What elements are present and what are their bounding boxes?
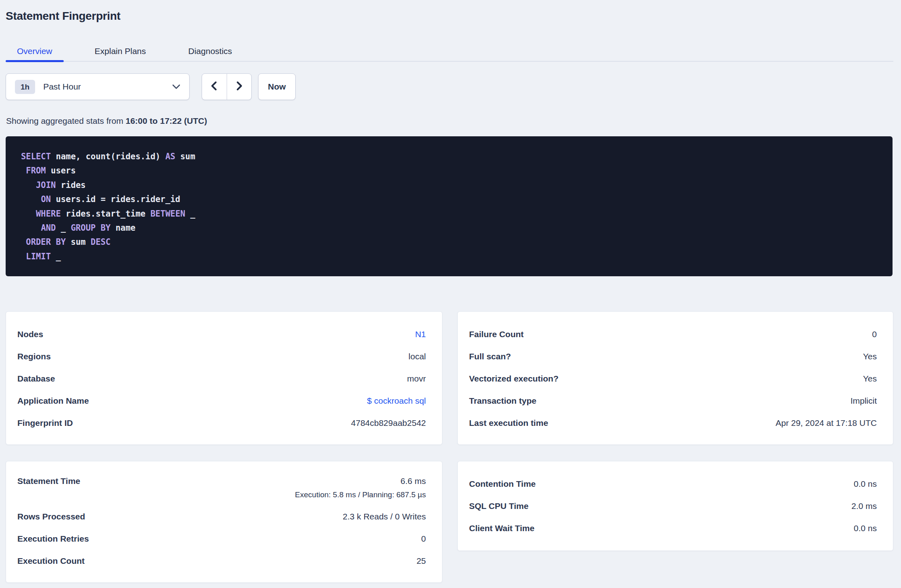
sql-keyword: BETWEEN [150, 209, 185, 219]
card-row: Statement Time6.6 msExecution: 5.8 ms / … [17, 473, 426, 505]
row-value-wrap: Implicit [851, 396, 877, 406]
page-title: Statement Fingerprint [6, 10, 121, 23]
row-label: Failure Count [469, 329, 523, 339]
aggregated-stats-note-prefix: Showing aggregated stats from [6, 116, 126, 125]
row-value-wrap: movr [407, 374, 426, 384]
card-row: Contention Time0.0 ns [469, 473, 877, 495]
sql-keyword: JOIN [36, 180, 56, 190]
card-row: Vectorized execution?Yes [469, 367, 877, 390]
tab-explain-plans[interactable]: Explain Plans [83, 41, 157, 61]
row-value-wrap: 0 [872, 329, 877, 339]
row-value-wrap: 0.0 ns [854, 523, 877, 533]
row-value: 0 [421, 534, 426, 544]
execution-attributes-card: Failure Count0Full scan?YesVectorized ex… [457, 311, 893, 445]
sql-keyword: GROUP BY [71, 223, 111, 233]
time-interval-badge: 1h [15, 80, 35, 94]
row-value: Yes [863, 352, 877, 361]
card-row: Regionslocal [17, 345, 426, 367]
row-value-link[interactable]: $ cockroach sql [367, 396, 426, 406]
sql-text: users.id = rides.rider_id [51, 194, 180, 204]
sql-line: WHERE rides.start_time BETWEEN _ [21, 207, 877, 221]
card-row: Fingerprint ID4784cb829aab2542 [17, 412, 426, 434]
statement-stats-card: Statement Time6.6 msExecution: 5.8 ms / … [6, 461, 442, 583]
chevron-down-icon [172, 84, 180, 89]
row-value: local [409, 352, 426, 361]
sql-line: FROM users [21, 164, 877, 178]
sql-keyword: ORDER BY [26, 237, 66, 247]
row-value-wrap: 2.3 k Reads / 0 Writes [343, 512, 426, 521]
sql-keyword: DESC [91, 237, 111, 247]
row-value-wrap: local [409, 352, 426, 361]
statement-details-card: NodesN1RegionslocalDatabasemovrApplicati… [6, 311, 442, 445]
time-stats-card: Contention Time0.0 nsSQL CPU Time2.0 msC… [457, 461, 893, 551]
card-row: Last execution timeApr 29, 2024 at 17:18… [469, 412, 877, 434]
row-value-wrap: 0 [421, 534, 426, 544]
card-row: SQL CPU Time2.0 ms [469, 495, 877, 517]
card-row: Full scan?Yes [469, 345, 877, 367]
card-row: Databasemovr [17, 367, 426, 390]
row-label: Rows Processed [17, 512, 85, 521]
row-label: Transaction type [469, 396, 536, 406]
sql-keyword: AS [165, 152, 175, 161]
sql-keyword: WHERE [36, 209, 61, 219]
row-value: 0.0 ns [854, 479, 877, 489]
row-label: Vectorized execution? [469, 374, 559, 384]
row-label: Execution Retries [17, 534, 89, 544]
statement-fingerprint-page: Statement Fingerprint OverviewExplain Pl… [0, 0, 901, 588]
row-label: Database [17, 374, 55, 384]
sql-text: _ [51, 252, 61, 261]
row-value: 0.0 ns [854, 523, 877, 533]
sql-line: SELECT name, count(rides.id) AS sum [21, 150, 877, 164]
sql-text: name [111, 223, 136, 233]
row-value: 4784cb829aab2542 [351, 418, 426, 428]
row-label: Contention Time [469, 479, 536, 489]
sql-keyword: ON [41, 194, 51, 204]
time-toolbar: 1h Past Hour Now [0, 73, 901, 100]
row-value: 2.0 ms [851, 501, 877, 511]
row-value-wrap: 4784cb829aab2542 [351, 418, 426, 428]
sql-keyword: SELECT [21, 152, 51, 161]
sql-keyword: FROM [26, 166, 46, 175]
row-value-wrap: Yes [863, 374, 877, 384]
row-label: Fingerprint ID [17, 418, 73, 428]
card-row: Rows Processed2.3 k Reads / 0 Writes [17, 505, 426, 528]
card-row: Application Name$ cockroach sql [17, 390, 426, 412]
row-value-wrap: 25 [417, 556, 426, 566]
sql-line: ORDER BY sum DESC [21, 235, 877, 249]
row-label: Regions [17, 352, 51, 361]
previous-time-range-button[interactable] [202, 74, 227, 100]
row-value-wrap: 2.0 ms [851, 501, 877, 511]
now-button[interactable]: Now [258, 73, 296, 100]
row-value: 0 [872, 329, 877, 339]
sql-statement: SELECT name, count(rides.id) AS sum FROM… [21, 150, 877, 264]
sql-line: AND _ GROUP BY name [21, 221, 877, 235]
card-row: Failure Count0 [469, 323, 877, 345]
sql-text: name, count(rides.id) [51, 152, 165, 161]
row-value-link[interactable]: N1 [415, 329, 426, 339]
row-label: SQL CPU Time [469, 501, 528, 511]
tab-overview[interactable]: Overview [6, 41, 64, 61]
sql-line: JOIN rides [21, 178, 877, 192]
time-range-dropdown[interactable]: 1h Past Hour [6, 73, 190, 100]
sql-text: sum [175, 152, 195, 161]
sql-text: rides [56, 180, 86, 190]
tab-diagnostics[interactable]: Diagnostics [177, 41, 244, 61]
next-time-range-button[interactable] [227, 74, 252, 100]
row-value: Implicit [851, 396, 877, 406]
aggregated-stats-note: Showing aggregated stats from 16:00 to 1… [6, 116, 207, 126]
sql-text: users [46, 166, 76, 175]
time-step-button-group [202, 73, 252, 100]
row-value-wrap: Yes [863, 352, 877, 361]
row-value: 6.6 ms [295, 473, 426, 490]
row-value-wrap: Apr 29, 2024 at 17:18 UTC [776, 418, 877, 428]
row-value: Apr 29, 2024 at 17:18 UTC [776, 418, 877, 428]
row-value-wrap: N1 [415, 329, 426, 339]
row-label: Client Wait Time [469, 523, 534, 533]
row-value: movr [407, 374, 426, 384]
sql-line: LIMIT _ [21, 250, 877, 264]
row-value-wrap: 0.0 ns [854, 479, 877, 489]
row-label: Execution Count [17, 556, 85, 566]
row-value: 25 [417, 556, 426, 566]
sql-text: _ [185, 209, 195, 219]
sql-statement-box: SELECT name, count(rides.id) AS sum FROM… [6, 136, 893, 276]
